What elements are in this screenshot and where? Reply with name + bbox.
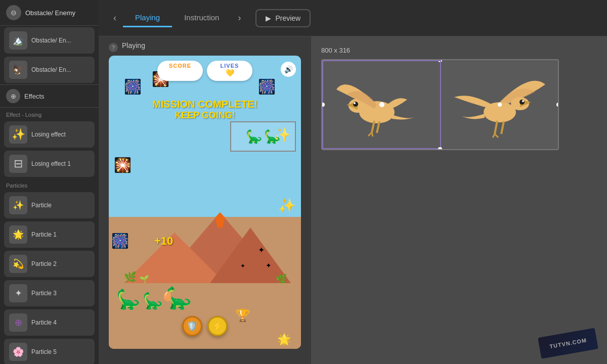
sidebar-item-particle2[interactable]: 💫 Particle 2 [4, 251, 95, 277]
sidebar-item-particle4[interactable]: ⊕ Particle 4 [4, 309, 95, 336]
nest: 🥚 [162, 291, 173, 302]
dimension-label: 800 x 316 [321, 47, 350, 54]
nav-next-arrow[interactable]: › [231, 10, 247, 26]
firework-5: 🎇 [114, 157, 132, 173]
egg-icon: 🥚 [162, 291, 173, 301]
obstacle1-label: Obstacle/ En... [31, 37, 71, 44]
preview-label: Preview [275, 14, 300, 22]
sidebar-item-particle[interactable]: ✨ Particle [4, 192, 95, 218]
sidebar-item-losing-effect1[interactable]: ⊟ Losing effect 1 [4, 151, 95, 177]
sprite-frame-2 [441, 60, 558, 149]
obstacle2-label: Obstacle/ En... [31, 66, 71, 73]
particle4-icon: ⊕ [9, 313, 27, 332]
lives-label: LIVES [217, 63, 242, 69]
sprite-frame-1 [322, 60, 441, 149]
bottom-controls: 🛡️ ⚡ [182, 316, 228, 336]
question-badge[interactable]: ? [109, 43, 118, 52]
firework-3: 🎆 [258, 78, 276, 95]
effects-title: Effects [24, 93, 45, 100]
svg-line-24 [495, 121, 497, 134]
particle3-label: Particle 3 [31, 290, 57, 297]
handle-center[interactable] [498, 103, 502, 107]
score-box: SCORE [157, 61, 203, 81]
dino-sprite-2: 🦕 [264, 129, 280, 145]
ground-dinos: 🦕 🦕 🦕 [116, 286, 192, 310]
particle3-icon: ✦ [9, 284, 27, 302]
particle1-label: Particle 1 [31, 231, 57, 238]
game-area: ? Playing 🎆 🎇 🎆 ✨ 🎇 ✨ 🎆 SCORE [99, 36, 607, 364]
particle2-icon: 💫 [9, 255, 27, 273]
svg-text:🌿: 🌿 [276, 274, 287, 283]
right-panel: 800 x 316 [311, 36, 607, 364]
playing-label: Playing [122, 41, 145, 50]
preview-button[interactable]: ▶ Preview [255, 9, 311, 27]
svg-point-13 [353, 102, 358, 107]
svg-point-22 [519, 100, 525, 105]
obstacle-enemy-header: ⊖ Obstacle/ Enemy [0, 0, 99, 26]
mission-text: MISSION COMPLETE! KEEP GOING! [152, 99, 257, 121]
preview-play-icon: ▶ [266, 14, 271, 22]
tab-instruction[interactable]: Instruction [172, 9, 231, 27]
losing-effect1-label: Losing effect 1 [31, 160, 71, 167]
sound-button[interactable]: 🔊 [281, 62, 296, 77]
watermark-text1: TUTVN.COM [549, 337, 587, 350]
sidebar-item-particle5[interactable]: 🌸 Particle 5 [4, 339, 95, 364]
particle2-label: Particle 2 [31, 260, 57, 267]
sidebar-item-particle1[interactable]: 🌟 Particle 1 [4, 221, 95, 248]
trophy: 🏆 [235, 308, 250, 323]
shield-btn[interactable]: 🛡️ [182, 316, 202, 336]
svg-line-18 [372, 132, 373, 136]
ground-dino-1: 🦕 [116, 288, 140, 310]
effects-icon: ⊕ [6, 89, 20, 103]
particle5-icon: 🌸 [9, 343, 27, 361]
nav-prev-arrow[interactable]: ‹ [107, 10, 123, 26]
svg-point-14 [354, 102, 356, 104]
svg-text:✦: ✦ [266, 261, 272, 269]
svg-line-27 [493, 134, 495, 138]
obstacle-enemy-icon: ⊖ [6, 5, 21, 20]
ground-dino-2: 🦕 [143, 291, 163, 310]
particles-label: Particles [0, 178, 99, 191]
sidebar: ⊖ Obstacle/ Enemy 🏔️ Obstacle/ En... 🦅 O… [0, 0, 99, 364]
losing-effect1-icon: ⊟ [9, 155, 27, 173]
sprite-editor [321, 59, 559, 150]
top-nav: ‹ Playing Instruction › ▶ Preview [99, 0, 607, 36]
effects-header: ⊕ Effects [0, 84, 99, 108]
losing-effect-icon: ✨ [9, 125, 27, 144]
svg-line-25 [501, 121, 504, 134]
handle-left[interactable] [321, 103, 325, 107]
bottom-sparkle: 🌟 [277, 333, 291, 346]
effect-losing-label: Effect - Losing [0, 108, 99, 120]
sidebar-item-particle3[interactable]: ✦ Particle 3 [4, 280, 95, 306]
particle4-label: Particle 4 [31, 319, 57, 326]
keep-going: KEEP GOING! [152, 110, 257, 121]
svg-text:✦: ✦ [258, 246, 265, 254]
sprite-divider-dot [379, 102, 384, 107]
main-content: ‹ Playing Instruction › ▶ Preview ? Play… [99, 0, 607, 364]
sidebar-item-losing-effect[interactable]: ✨ Losing effect [4, 121, 95, 148]
score-bar: SCORE LIVES 💛 [157, 61, 252, 81]
particle1-icon: 🌟 [9, 225, 27, 244]
mountain-area: ✦ ✦ ✦ 🌿 🌱 🌿 [109, 202, 301, 283]
lightning-btn[interactable]: ⚡ [207, 316, 228, 336]
firework-1: 🎆 [124, 78, 142, 95]
watermark: TUTVN.COM [538, 328, 598, 358]
sidebar-item-obstacle2[interactable]: 🦅 Obstacle/ En... [4, 57, 95, 83]
handle-right[interactable] [556, 103, 559, 107]
obstacle-enemy-title: Obstacle/ Enemy [25, 9, 75, 17]
game-frame: 🎆 🎇 🎆 ✨ 🎇 ✨ 🎆 SCORE LIVES 💛 [109, 56, 301, 349]
svg-text:🌱: 🌱 [139, 275, 149, 283]
game-preview-panel: ? Playing 🎆 🎇 🎆 ✨ 🎇 ✨ 🎆 SCORE [99, 36, 311, 364]
obstacle1-icon: 🏔️ [9, 31, 27, 50]
particle-icon: ✨ [9, 196, 27, 214]
lives-box: LIVES 💛 [207, 61, 252, 81]
sidebar-item-obstacle1[interactable]: 🏔️ Obstacle/ En... [4, 27, 95, 54]
dino-sprite-1: 🦕 [246, 129, 262, 145]
mission-complete: MISSION COMPLETE! [152, 99, 257, 110]
obstacle2-icon: 🦅 [9, 61, 27, 79]
tab-playing[interactable]: Playing [123, 9, 172, 27]
svg-text:🌿: 🌿 [124, 271, 137, 283]
handle-bottom[interactable] [438, 147, 442, 150]
dino-sprite-box: 🦕 🦕 [230, 121, 296, 152]
svg-point-23 [522, 100, 524, 102]
